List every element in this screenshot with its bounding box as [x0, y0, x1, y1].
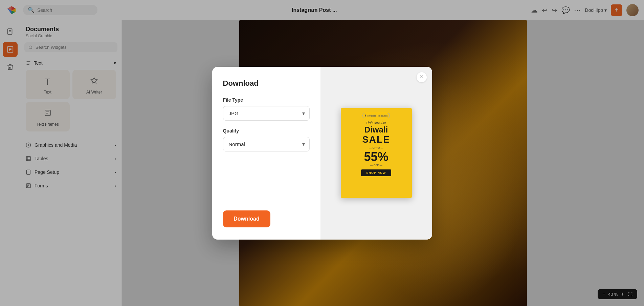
preview-off: — OFF — [370, 164, 382, 167]
download-button[interactable]: Download [223, 210, 270, 227]
modal-close-button[interactable]: × [417, 72, 427, 82]
quality-label: Quality [223, 128, 310, 134]
file-type-select-wrap[interactable]: JPG PNG PDF SVG ▾ [223, 106, 310, 121]
modal-right-panel: × ⧫Timeless Treasures Unbelievable Diwal… [320, 67, 432, 240]
download-modal: Download File Type JPG PNG PDF SVG ▾ Qua… [212, 67, 432, 240]
preview-card: ⧫Timeless Treasures Unbelievable Diwali … [341, 108, 412, 198]
file-type-select[interactable]: JPG PNG PDF SVG [223, 106, 310, 121]
preview-main-line2: SALE [362, 134, 390, 145]
file-type-field: File Type JPG PNG PDF SVG ▾ [223, 97, 310, 121]
preview-subtitle: Unbelievable [367, 121, 386, 125]
preview-cta[interactable]: SHOP NOW [361, 169, 392, 176]
preview-logo: ⧫Timeless Treasures [362, 113, 390, 118]
file-type-label: File Type [223, 97, 310, 103]
preview-main-line1: Diwali [364, 125, 388, 134]
quality-select-wrap[interactable]: Normal High Low ▾ [223, 137, 310, 151]
modal-left-panel: Download File Type JPG PNG PDF SVG ▾ Qua… [212, 67, 320, 240]
preview-upto: — UPTO — [369, 146, 383, 149]
modal-backdrop[interactable]: Download File Type JPG PNG PDF SVG ▾ Qua… [0, 0, 644, 306]
preview-percent: 55% [364, 151, 388, 163]
quality-select[interactable]: Normal High Low [223, 137, 310, 151]
modal-title: Download [223, 79, 310, 88]
quality-field: Quality Normal High Low ▾ [223, 128, 310, 151]
download-button-wrap: Download [223, 210, 310, 227]
